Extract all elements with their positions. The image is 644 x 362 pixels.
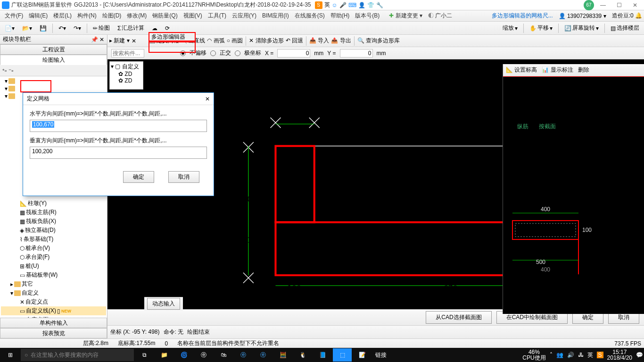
svg-text:00: 00 — [247, 195, 256, 204]
tree-item: ⬡ 承台梁(F) — [1, 253, 106, 262]
tab-single-input[interactable]: 单构件输入 — [0, 318, 107, 328]
tab-report[interactable]: 报表预览 — [0, 328, 107, 338]
radio-polar[interactable] — [235, 50, 240, 56]
redo-icon[interactable]: ↷▾ — [71, 24, 84, 33]
menu-edit[interactable]: 编辑(E) — [26, 11, 50, 21]
ime-icon[interactable]: ⌨ — [348, 2, 356, 8]
v-spacing-input[interactable]: 100,200 — [30, 147, 207, 159]
sync-icon[interactable]: ⟳ — [162, 24, 173, 33]
sum-button[interactable]: Σ 汇总计算 — [115, 23, 147, 33]
dialog-cancel-button[interactable]: 取消 — [168, 171, 199, 183]
back-button[interactable]: ↶ 回退 — [286, 37, 303, 45]
ime-icon[interactable]: ☺ — [332, 2, 338, 8]
draw-button[interactable]: ✏ 绘图 — [90, 23, 113, 33]
set-elev-button[interactable]: 📐 设置标高 — [506, 66, 537, 74]
pin-icon[interactable]: 📌 ✕ — [91, 36, 104, 43]
save-icon[interactable]: 💾 — [37, 24, 50, 33]
tree-toolbar: ⁺▫ ⁻▫ — [0, 65, 107, 76]
dialog-close-icon[interactable]: ✕ — [205, 96, 210, 102]
ime-icon[interactable]: 🎤 — [339, 2, 347, 8]
mini-tree[interactable]: ▾ ▢ 自定义 ✿ ZD ✿ ZD — [109, 61, 143, 90]
tree-item-selected[interactable]: ▭ 自定义线(X) ▯ NEW — [1, 306, 106, 315]
x-input[interactable] — [277, 49, 310, 58]
rotate-button[interactable]: 🔄 屏幕旋转 ▾ — [561, 23, 602, 33]
title-bar: 广联达BIM钢筋算量软件 GGJ2013 - [C:\Users\Adminis… — [0, 0, 644, 10]
app-icon — [2, 1, 9, 9]
open-icon[interactable]: 📂▾ — [19, 24, 35, 33]
tab-draw-input[interactable]: 绘图输入 — [0, 55, 107, 65]
menu-component[interactable]: 构件(N) — [74, 11, 99, 21]
menu-rebar[interactable]: 钢筋量(Q) — [149, 11, 180, 21]
y-label: Y = — [327, 50, 336, 57]
dynamic-input-button[interactable]: 动态输入 — [147, 298, 180, 310]
ime-icon[interactable]: 🔧 — [376, 2, 383, 8]
new-button[interactable]: ▸ 新建 ▾ — [109, 37, 130, 45]
menu-cloud[interactable]: 云应用(Y) — [229, 11, 259, 21]
menu-draw[interactable]: 绘图(D) — [99, 11, 124, 21]
import-button[interactable]: 📥 导入 — [309, 37, 329, 45]
menu-modify[interactable]: 修改(M) — [124, 11, 149, 21]
circle-button[interactable]: ○ 画圆 — [227, 37, 243, 45]
ime-icon[interactable]: 👕 — [367, 2, 374, 8]
menu-new-change[interactable]: ✚ 新建变更 ▾ — [386, 11, 425, 21]
arc-button[interactable]: ◠ 画弧 — [207, 37, 224, 45]
svg-text:100: 100 — [290, 115, 304, 123]
svg-text:100: 100 — [287, 291, 301, 300]
search-component-input[interactable] — [111, 49, 144, 58]
undo-icon[interactable]: ↶▾ — [56, 24, 69, 33]
menu-user[interactable]: ◐ 广小二 — [425, 11, 455, 21]
menu-version[interactable]: 版本号(B) — [352, 11, 382, 21]
maximize-button[interactable]: ☐ — [612, 1, 626, 9]
svg-text:100: 100 — [247, 236, 261, 245]
coin-label[interactable]: 造价豆:0 🔔 — [612, 12, 642, 20]
select-floor-button[interactable]: ▤ 选择楼层 — [608, 23, 642, 33]
zoom-button[interactable]: 缩放 ▾ — [500, 23, 520, 33]
right-toolbar: 📐 设置标高 📊 显示标注 删除 — [503, 64, 644, 76]
menu-help[interactable]: 帮助(H) — [328, 11, 353, 21]
x-label: X = — [265, 50, 273, 57]
highlight-beam — [20, 80, 51, 92]
dynamic-input-bar: 动态输入 — [144, 297, 183, 310]
svg-text:670: 670 — [444, 291, 458, 300]
menu-floor[interactable]: 楼层(L) — [50, 11, 74, 21]
section-svg: 纵筋 按截面 400 100 500 400 — [503, 76, 644, 312]
tree-item-other: ▸ 其它 — [1, 280, 106, 288]
delete-button[interactable]: 删除 — [578, 66, 589, 74]
export-button[interactable]: 📤 导出 — [331, 37, 351, 45]
query-button[interactable]: 🔍 查询多边形库 — [357, 37, 400, 45]
tree-item: ▦ 筏板主筋(R) — [1, 208, 106, 217]
tab-project-settings[interactable]: 工程设置 — [0, 44, 107, 55]
y-input[interactable] — [340, 49, 373, 58]
close-button[interactable]: ✕ — [628, 1, 642, 9]
cloud-icon[interactable]: ☁ — [149, 24, 160, 33]
score-badge[interactable]: 67 — [584, 0, 594, 10]
radio-ortho[interactable] — [210, 50, 216, 56]
minimize-button[interactable]: — — [596, 1, 610, 9]
expand-icon[interactable]: ⁺▫ — [2, 67, 7, 74]
right-panel: 📐 设置标高 📊 显示标注 删除 纵筋 按截面 400 100 500 400 — [503, 64, 644, 314]
clear-button[interactable]: ✕ 清除多边形 — [249, 37, 283, 45]
svg-text:纵筋: 纵筋 — [517, 123, 528, 130]
close-icon[interactable]: ✕ — [132, 38, 136, 44]
pan-button[interactable]: ✋ 平移 ▾ — [527, 23, 555, 33]
menu-file[interactable]: 文件(F) — [2, 11, 26, 21]
menu-online[interactable]: 在线服务(S) — [292, 11, 328, 21]
menu-tool[interactable]: 工具(T) — [205, 11, 229, 21]
h-spacing-label: 水平方向间距(mm)=>间距*个数,间距,间距*个数,间距,... — [30, 110, 207, 118]
polygon-editor-title: 多边形编辑器 — [149, 32, 196, 41]
h-spacing-input[interactable]: 100,670 — [30, 120, 207, 132]
menu-view[interactable]: 视图(V) — [181, 11, 205, 21]
ime-lang[interactable]: 英 — [324, 1, 330, 9]
menu-bim[interactable]: BIM应用(I) — [259, 11, 292, 21]
tree-item-custom: ▾ 自定义 — [1, 288, 106, 297]
define-grid-dialog: 定义网格 ✕ 水平方向间距(mm)=>间距*个数,间距,间距*个数,间距,...… — [23, 92, 214, 196]
tree-item: 📐 柱墩(Y) — [1, 199, 106, 208]
dialog-ok-button[interactable]: 确定 — [123, 171, 154, 183]
new-icon[interactable]: 📄▾ — [2, 24, 17, 33]
phone-label[interactable]: 👤 13907298339 ▾ — [559, 13, 606, 19]
svg-text:400: 400 — [541, 206, 550, 213]
ime-icon[interactable]: 👤 — [358, 2, 365, 8]
show-label-button[interactable]: 📊 显示标注 — [542, 66, 573, 74]
start-button[interactable]: ⊞ — [1, 348, 20, 362]
collapse-icon[interactable]: ⁻▫ — [8, 67, 13, 74]
